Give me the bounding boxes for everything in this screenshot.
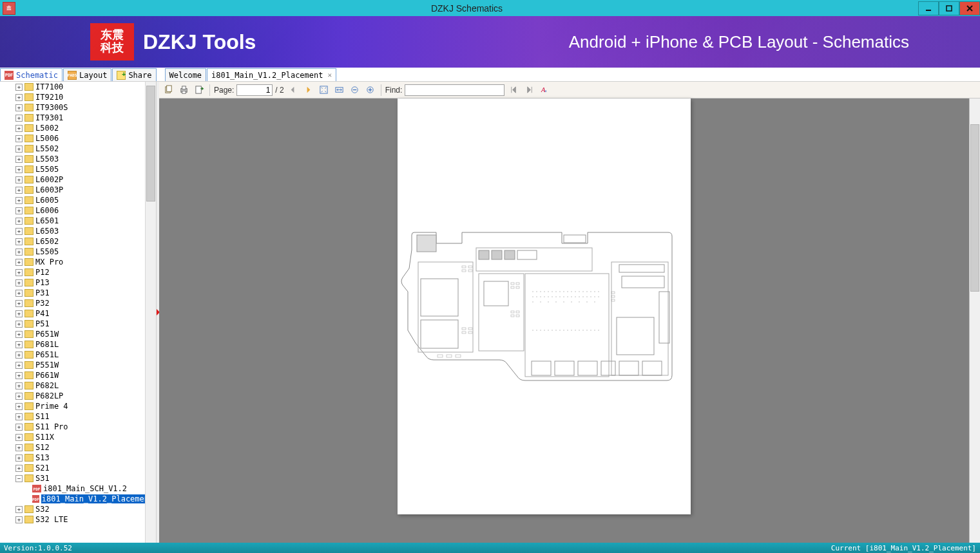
expand-icon[interactable]: + <box>15 259 23 266</box>
tree-folder[interactable]: +L6003P <box>0 185 145 195</box>
expand-icon[interactable]: + <box>15 228 23 235</box>
expand-icon[interactable]: + <box>15 125 23 132</box>
expand-icon[interactable]: + <box>15 434 23 441</box>
expand-icon[interactable]: + <box>15 403 23 410</box>
tree-folder[interactable]: +S32 <box>0 504 145 514</box>
expand-icon[interactable]: + <box>15 269 23 276</box>
collapse-icon[interactable]: − <box>15 475 23 482</box>
expand-icon[interactable]: + <box>15 455 23 462</box>
prev-page-button[interactable] <box>287 84 300 97</box>
tree-folder[interactable]: +Prime 4 <box>0 401 145 411</box>
next-page-button[interactable] <box>302 84 315 97</box>
tree-folder[interactable]: +P661W <box>0 370 145 380</box>
expand-icon[interactable]: + <box>15 197 23 204</box>
expand-icon[interactable]: + <box>15 218 23 225</box>
tree-folder[interactable]: +L6501 <box>0 216 145 226</box>
expand-icon[interactable]: + <box>15 156 23 163</box>
expand-icon[interactable]: + <box>15 362 23 369</box>
tree-folder[interactable]: +IT9300S <box>0 102 145 113</box>
zoom-out-button[interactable] <box>349 84 361 97</box>
expand-icon[interactable]: + <box>15 424 23 431</box>
expand-icon[interactable]: + <box>15 341 23 348</box>
tree-folder[interactable]: +L6006 <box>0 205 145 216</box>
tree-folder[interactable]: +S32 LTE <box>0 514 145 525</box>
tree-folder[interactable]: +L5006 <box>0 133 145 144</box>
tree-folder[interactable]: +S12 <box>0 442 145 453</box>
tree-file[interactable]: PDFi801_Main_SCH_V1.2 <box>0 483 145 494</box>
tree-folder[interactable]: +MX Pro <box>0 257 145 267</box>
close-icon[interactable]: ✕ <box>327 71 332 79</box>
tree-folder[interactable]: +L5505 <box>0 164 145 174</box>
find-prev-button[interactable] <box>507 84 520 97</box>
tree-folder[interactable]: +L5002 <box>0 123 145 133</box>
scrollbar-thumb[interactable] <box>146 86 155 202</box>
expand-icon[interactable]: + <box>15 393 23 400</box>
tree-folder[interactable]: +L6502 <box>0 236 145 247</box>
tab-schematic[interactable]: PDF Schematic <box>0 68 62 81</box>
tree-folder[interactable]: +P681L <box>0 339 145 350</box>
tree-scroll[interactable]: +IT7100+IT9210+IT9300S+IT9301+L5002+L500… <box>0 82 145 543</box>
expand-icon[interactable]: + <box>15 382 23 389</box>
tree-folder[interactable]: +S13 <box>0 453 145 463</box>
copy-button[interactable] <box>162 84 175 97</box>
tree-folder[interactable]: +S11X <box>0 432 145 442</box>
expand-icon[interactable]: + <box>15 413 23 420</box>
expand-icon[interactable]: + <box>15 300 23 307</box>
print-button[interactable] <box>177 84 190 97</box>
tree-scrollbar[interactable] <box>145 82 156 543</box>
maximize-button[interactable] <box>939 1 959 15</box>
tree-folder[interactable]: +P32 <box>0 298 145 308</box>
tree-folder[interactable]: +P551W <box>0 360 145 370</box>
close-button[interactable] <box>959 1 980 15</box>
tab-share[interactable]: Share <box>112 68 156 81</box>
tree-folder[interactable]: +P651L <box>0 350 145 360</box>
text-style-button[interactable]: Aa <box>538 84 551 97</box>
fit-width-button[interactable] <box>333 84 346 97</box>
export-button[interactable] <box>193 84 206 97</box>
tree-folder[interactable]: +L6002P <box>0 174 145 185</box>
tree-folder[interactable]: +S11 Pro <box>0 422 145 432</box>
tree-folder[interactable]: +P12 <box>0 267 145 277</box>
expand-icon[interactable]: + <box>15 207 23 214</box>
tree-folder[interactable]: +P682LP <box>0 391 145 401</box>
expand-icon[interactable]: + <box>15 444 23 451</box>
expand-icon[interactable]: + <box>15 465 23 472</box>
page-input[interactable] <box>236 84 273 96</box>
doc-tab-placement[interactable]: i801_Main_V1.2_Placement ✕ <box>207 68 336 81</box>
expand-icon[interactable]: + <box>15 248 23 256</box>
tree-folder[interactable]: +L6005 <box>0 195 145 205</box>
tree-folder[interactable]: +S11 <box>0 411 145 422</box>
expand-icon[interactable]: + <box>15 516 23 523</box>
expand-icon[interactable]: + <box>15 115 23 122</box>
tree-folder[interactable]: +P682L <box>0 380 145 391</box>
tree-folder[interactable]: +IT9210 <box>0 92 145 102</box>
expand-icon[interactable]: + <box>15 290 23 297</box>
expand-icon[interactable]: + <box>15 321 23 328</box>
tree-folder[interactable]: +P31 <box>0 288 145 298</box>
fit-page-button[interactable] <box>318 84 331 97</box>
expand-icon[interactable]: + <box>15 84 23 91</box>
expand-icon[interactable]: + <box>15 372 23 379</box>
tree-folder[interactable]: +L5502 <box>0 144 145 154</box>
expand-icon[interactable]: + <box>15 310 23 317</box>
zoom-in-button[interactable] <box>364 84 377 97</box>
tree-folder[interactable]: +L5505 <box>0 247 145 257</box>
scrollbar-thumb[interactable] <box>970 124 979 292</box>
expand-icon[interactable]: + <box>15 94 23 101</box>
expand-icon[interactable]: + <box>15 176 23 183</box>
tree-folder[interactable]: +S21 <box>0 463 145 473</box>
tab-layout[interactable]: PADS Layout <box>63 68 111 81</box>
expand-icon[interactable]: + <box>15 279 23 286</box>
tree-folder[interactable]: +IT7100 <box>0 82 145 92</box>
tree-folder[interactable]: +P13 <box>0 277 145 288</box>
tree-file[interactable]: PDFi801_Main_V1.2_Placement <box>0 494 145 504</box>
tree-folder[interactable]: +L6503 <box>0 226 145 236</box>
expand-icon[interactable]: + <box>15 104 23 111</box>
viewer-scrollbar[interactable] <box>969 98 980 543</box>
tree-folder[interactable]: +P651W <box>0 329 145 339</box>
doc-tab-welcome[interactable]: Welcome <box>165 68 207 81</box>
tree-folder[interactable]: +IT9301 <box>0 113 145 123</box>
expand-icon[interactable]: + <box>15 166 23 173</box>
minimize-button[interactable] <box>918 1 939 15</box>
expand-icon[interactable]: + <box>15 506 23 513</box>
